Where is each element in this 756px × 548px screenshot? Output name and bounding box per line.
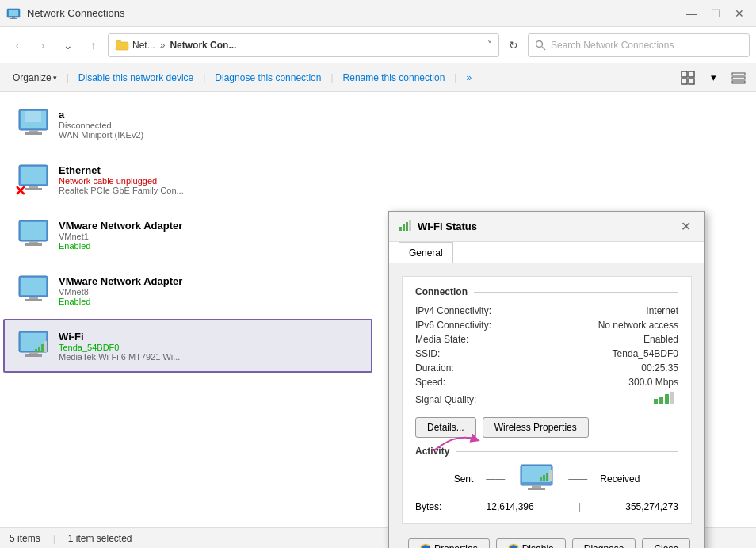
address-dropdown[interactable]: ˅ <box>487 40 492 51</box>
signal-label: Signal Quality: <box>415 394 476 405</box>
toolbar-sep-2: | <box>203 72 205 83</box>
net-item-info: VMware Network Adapter VMnet1 Enabled <box>59 220 361 251</box>
window-title: Network Connections <box>27 7 675 19</box>
svg-rect-12 <box>732 81 745 83</box>
svg-rect-11 <box>732 77 745 79</box>
network-item-icon <box>14 327 52 365</box>
svg-rect-25 <box>25 243 42 246</box>
svg-rect-39 <box>403 224 405 231</box>
svg-rect-40 <box>406 222 408 231</box>
wireless-properties-button[interactable]: Wireless Properties <box>483 417 589 438</box>
ipv4-label: IPv4 Connectivity: <box>415 305 491 316</box>
disable-network-button[interactable]: Disable this network device <box>72 69 200 86</box>
search-icon <box>535 40 546 51</box>
svg-rect-6 <box>682 71 687 77</box>
back-button[interactable]: ‹ <box>6 34 29 56</box>
net-item-sub1: Network cable unplugged <box>59 176 361 186</box>
list-item[interactable]: VMware Network Adapter VMnet8 Enabled <box>3 263 372 317</box>
details-view-button[interactable] <box>727 67 750 89</box>
svg-rect-10 <box>732 73 745 75</box>
refresh-button[interactable]: ↻ <box>502 34 525 56</box>
svg-line-5 <box>542 47 545 50</box>
svg-rect-19 <box>21 167 46 184</box>
svg-rect-34 <box>35 349 37 352</box>
svg-rect-42 <box>654 399 658 404</box>
ipv4-value: Internet <box>646 305 678 316</box>
activity-icons-row: Sent —— —— <box>415 463 678 495</box>
up-button[interactable]: ↑ <box>82 34 105 56</box>
net-item-name: a <box>59 109 361 121</box>
svg-rect-21 <box>25 188 42 190</box>
svg-rect-51 <box>543 475 545 481</box>
red-x-icon: ✕ <box>14 184 26 198</box>
forward-button[interactable]: › <box>32 34 54 56</box>
duration-label: Duration: <box>415 362 454 374</box>
dropdown-button[interactable]: ⌄ <box>57 34 79 56</box>
list-item[interactable]: VMware Network Adapter VMnet1 Enabled <box>3 208 372 262</box>
dialog-body: Connection IPv4 Connectivity: Internet I… <box>389 263 704 548</box>
dialog-footer: Properties Disable Diagnose Close <box>395 531 698 548</box>
dash-left: —— <box>486 473 505 485</box>
tab-general[interactable]: General <box>399 242 453 263</box>
sent-label: Sent <box>454 473 474 485</box>
minimize-button[interactable]: — <box>682 6 702 21</box>
view-dropdown-button[interactable]: ▾ <box>702 67 724 89</box>
computer-icon <box>14 271 52 309</box>
network-item-icon <box>14 216 52 254</box>
svg-rect-35 <box>38 347 40 352</box>
svg-rect-29 <box>25 299 42 301</box>
media-value: Enabled <box>643 334 678 345</box>
bytes-label: Bytes: <box>415 501 441 512</box>
dialog-close-button[interactable]: ✕ <box>676 217 695 236</box>
window-controls: — ☐ ✕ <box>682 6 750 21</box>
net-item-sub1: Tenda_54BDF0 <box>59 343 361 352</box>
view-icon <box>680 70 696 86</box>
organize-button[interactable]: Organize ▾ <box>6 69 63 86</box>
list-item-wifi[interactable]: Wi-Fi Tenda_54BDF0 MediaTek Wi-Fi 6 MT79… <box>3 319 372 373</box>
address-box[interactable]: Net... » Network Con... ˅ <box>108 33 499 57</box>
signal-row: Signal Quality: <box>415 389 678 409</box>
diagnose-connection-button[interactable]: Diagnose this connection <box>208 69 327 86</box>
net-item-name: Ethernet <box>59 164 361 176</box>
computer-icon <box>14 216 52 254</box>
svg-rect-3 <box>10 18 17 19</box>
search-box[interactable]: Search Network Connections <box>528 33 750 57</box>
svg-rect-36 <box>41 344 44 352</box>
diagnose-button[interactable]: Diagnose <box>572 538 636 548</box>
svg-rect-53 <box>549 470 552 481</box>
more-button[interactable]: » <box>460 69 478 86</box>
list-item[interactable]: ✕ Ethernet Network cable unplugged Realt… <box>3 152 372 206</box>
ipv6-value: No network access <box>598 320 678 331</box>
shield-icon-2 <box>508 543 519 548</box>
ipv6-label: IPv6 Connectivity: <box>415 320 491 331</box>
net-item-sub2: WAN Miniport (IKEv2) <box>59 130 361 140</box>
speed-label: Speed: <box>415 377 445 388</box>
items-count: 5 items <box>10 533 40 544</box>
net-item-sub2: Enabled <box>59 297 361 306</box>
toolbar-sep-4: | <box>454 72 456 83</box>
net-item-name: VMware Network Adapter <box>59 220 361 232</box>
view-button[interactable] <box>677 67 699 89</box>
ipv4-row: IPv4 Connectivity: Internet <box>415 304 678 318</box>
maximize-button[interactable]: ☐ <box>705 6 726 21</box>
svg-point-4 <box>536 40 543 47</box>
path-full: Network Con... <box>170 40 236 51</box>
list-item[interactable]: a Disconnected WAN Miniport (IKEv2) <box>3 97 372 151</box>
properties-button[interactable]: Properties <box>408 538 490 548</box>
svg-rect-41 <box>409 220 411 231</box>
pipe-sep: | <box>578 501 581 512</box>
selected-count: 1 item selected <box>68 533 132 544</box>
details-icon <box>731 71 746 84</box>
net-item-sub2: MediaTek Wi-Fi 6 MT7921 Wi... <box>59 352 361 362</box>
arrow-icon <box>428 423 491 455</box>
svg-rect-17 <box>25 111 41 122</box>
net-item-info: Ethernet Network cable unplugged Realtek… <box>59 164 361 195</box>
svg-rect-9 <box>689 79 694 84</box>
wifi-computer-icon <box>14 327 52 365</box>
close-button[interactable]: Close <box>642 538 690 548</box>
disable-button[interactable]: Disable <box>496 538 566 548</box>
close-button[interactable]: ✕ <box>729 6 750 21</box>
dialog-title-bar: Wi-Fi Status ✕ <box>389 212 704 242</box>
net-item-sub2: Enabled <box>59 241 361 251</box>
rename-connection-button[interactable]: Rename this connection <box>337 69 452 86</box>
